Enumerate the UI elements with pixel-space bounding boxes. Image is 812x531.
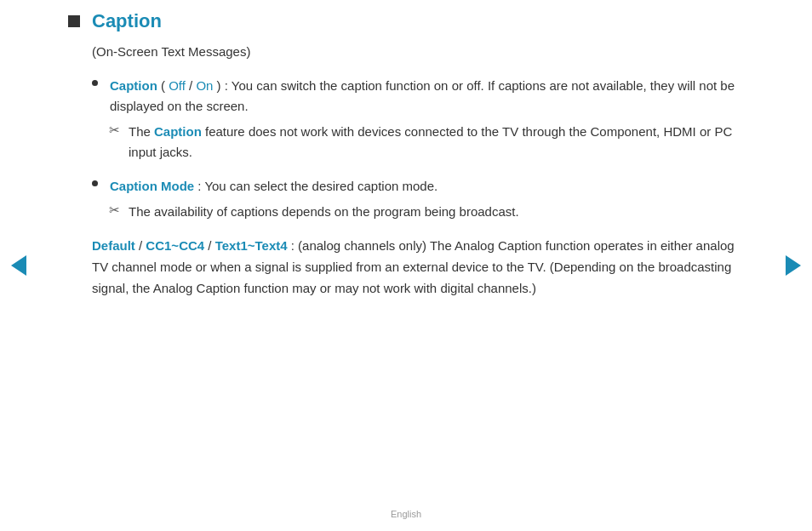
note-item-2: ✂ The availability of captions depends o…: [109, 202, 744, 222]
paren-open: (: [161, 78, 165, 93]
off-label: Off: [169, 78, 186, 93]
caption-mode-label: Caption Mode: [110, 179, 194, 193]
slash2: /: [208, 238, 214, 253]
header-square-icon: [68, 15, 80, 27]
page-title: Caption: [92, 10, 162, 32]
bullet-text-1: Caption ( Off / On ) : You can switch th…: [110, 76, 744, 117]
text-label: Text1~Text4: [215, 238, 288, 253]
note1-caption: Caption: [154, 124, 202, 139]
caption-label: Caption: [110, 78, 157, 93]
note1-prefix: The: [129, 124, 154, 139]
right-arrow-icon: [786, 255, 801, 276]
on-label: On: [196, 78, 213, 93]
bullet-dot-1: [92, 80, 98, 86]
default-label: Default: [92, 238, 135, 253]
bullet-section-2: Caption Mode : You can select the desire…: [92, 176, 744, 222]
bullet-dot-2: [92, 180, 98, 186]
bullet-section-1: Caption ( Off / On ) : You can switch th…: [92, 76, 744, 163]
bullet2-text: : You can select the desired caption mod…: [197, 179, 437, 193]
subtitle: (On-Screen Text Messages): [92, 44, 744, 59]
paren-close: ): [217, 78, 221, 93]
note1-body: feature does not work with devices conne…: [129, 124, 732, 159]
analog-text: Default / CC1~CC4 / Text1~Text4 : (analo…: [92, 236, 744, 299]
note-text-2: The availability of captions depends on …: [129, 202, 744, 222]
header-row: Caption: [68, 10, 744, 32]
note-icon-2: ✂: [109, 203, 120, 218]
footer: English: [0, 509, 812, 519]
left-arrow-icon: [11, 255, 26, 276]
content-area: Caption (On-Screen Text Messages) Captio…: [0, 0, 812, 333]
note-item-1: ✂ The Caption feature does not work with…: [109, 122, 744, 163]
nav-arrow-right[interactable]: [785, 253, 802, 278]
note-icon-1: ✂: [109, 123, 120, 138]
analog-section: Default / CC1~CC4 / Text1~Text4 : (analo…: [92, 236, 744, 299]
bullet-item-1: Caption ( Off / On ) : You can switch th…: [92, 76, 744, 117]
footer-language: English: [391, 509, 421, 519]
page-container: Caption (On-Screen Text Messages) Captio…: [0, 0, 812, 531]
cc-label: CC1~CC4: [146, 238, 204, 253]
bullet-item-2: Caption Mode : You can select the desire…: [92, 176, 744, 197]
note-text-1: The Caption feature does not work with d…: [129, 122, 744, 163]
nav-arrow-left[interactable]: [10, 253, 27, 278]
bullet-text-2: Caption Mode : You can select the desire…: [110, 176, 744, 197]
